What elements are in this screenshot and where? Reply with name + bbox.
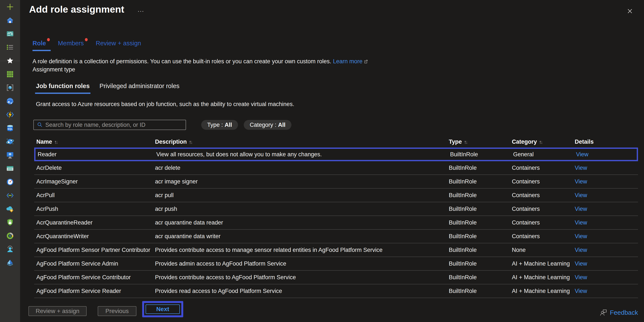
header-description[interactable]: Description↑↓ xyxy=(153,138,447,145)
favorites-button[interactable] xyxy=(0,54,20,67)
view-details-link[interactable]: View xyxy=(575,192,587,198)
monitor-button[interactable] xyxy=(0,175,20,188)
review-assign-button[interactable]: Review + assign xyxy=(28,306,86,316)
previous-button[interactable]: Previous xyxy=(98,306,136,316)
table-row[interactable]: AgFood Platform Sensor Partner Contribut… xyxy=(34,243,638,257)
sql-databases-button[interactable]: SQL xyxy=(0,121,20,135)
tab-review-assign[interactable]: Review + assign xyxy=(96,40,141,51)
templates-button[interactable] xyxy=(0,256,20,270)
role-description: acr image signer xyxy=(153,178,447,185)
role-name[interactable]: AcrQuarantineReader xyxy=(34,219,153,226)
app-services-button[interactable] xyxy=(0,94,20,108)
role-name[interactable]: AcrPull xyxy=(34,192,153,199)
table-row[interactable]: AcrDelete acr delete BuiltInRole Contain… xyxy=(34,161,638,175)
role-type: BuiltInRole xyxy=(447,260,510,267)
role-description: Provides contribute access to manage sen… xyxy=(153,247,447,253)
role-search-field[interactable] xyxy=(33,120,186,130)
table-row[interactable]: AcrPush acr push BuiltInRole Containers … xyxy=(34,202,638,216)
table-row-selected[interactable]: Reader View all resources, but does not … xyxy=(34,148,638,161)
table-row[interactable]: AcrQuarantineWriter acr quarantine data … xyxy=(34,230,638,243)
help-support-button[interactable] xyxy=(0,242,20,256)
table-row[interactable]: AgFood Platform Service Reader Provides … xyxy=(34,284,638,298)
all-resources-button[interactable] xyxy=(0,67,20,81)
create-resource-button[interactable] xyxy=(0,0,20,14)
role-category: AI + Machine Learning xyxy=(510,260,572,267)
view-details-link[interactable]: View xyxy=(575,260,587,267)
globe-icon xyxy=(6,97,14,105)
filter-type-pill[interactable]: Type : All xyxy=(201,120,238,130)
cost-management-button[interactable]: $ xyxy=(0,229,20,242)
role-category: Containers xyxy=(510,165,572,171)
role-category: Containers xyxy=(510,206,572,212)
shield-lock-icon xyxy=(6,218,14,226)
table-row[interactable]: AgFood Platform Service Contributor Prov… xyxy=(34,271,638,284)
all-services-button[interactable] xyxy=(0,40,20,54)
role-type: BuiltInRole xyxy=(447,192,510,199)
role-type: BuiltInRole xyxy=(447,274,510,281)
role-type: BuiltInRole xyxy=(448,151,511,158)
role-description: Provides admin access to AgFood Platform… xyxy=(153,260,447,267)
storage-accounts-button[interactable] xyxy=(0,162,20,175)
home-button[interactable] xyxy=(0,14,20,27)
role-name[interactable]: AgFood Platform Service Admin xyxy=(34,260,153,267)
tab-review-assign-label: Review + assign xyxy=(96,40,141,46)
view-details-link[interactable]: View xyxy=(575,206,587,212)
filter-type-label: Type : xyxy=(207,122,223,128)
role-name[interactable]: Reader xyxy=(36,151,154,158)
roles-table: Name↑↓ Description↑↓ Type↑↓ Category↑↓ D… xyxy=(34,136,638,298)
filter-category-pill[interactable]: Category : All xyxy=(244,120,292,130)
role-name[interactable]: AcrDelete xyxy=(34,165,153,171)
next-button[interactable]: Next xyxy=(146,304,180,314)
page-title: Add role assignment xyxy=(29,4,124,15)
close-button[interactable] xyxy=(626,7,634,16)
role-description: Provides contribute access to AgFood Pla… xyxy=(153,274,447,281)
view-details-link[interactable]: View xyxy=(575,274,587,280)
role-name[interactable]: AgFood Platform Service Contributor xyxy=(34,274,153,281)
tab-members-label: Members xyxy=(58,40,84,46)
role-name[interactable]: AcrImageSigner xyxy=(34,178,153,185)
tab-privileged-admin-roles[interactable]: Privileged administrator roles xyxy=(100,82,180,94)
cloud-gear-icon xyxy=(6,205,14,213)
header-name[interactable]: Name↑↓ xyxy=(34,138,153,145)
tab-role-label: Role xyxy=(32,40,46,46)
overflow-menu-button[interactable]: … xyxy=(137,6,144,14)
view-details-link[interactable]: View xyxy=(575,178,587,185)
view-details-link[interactable]: View xyxy=(575,247,587,253)
header-category[interactable]: Category↑↓ xyxy=(510,138,572,145)
view-details-link[interactable]: View xyxy=(575,288,587,294)
table-row[interactable]: AcrQuarantineReader acr quarantine data … xyxy=(34,216,638,230)
role-name[interactable]: AcrQuarantineWriter xyxy=(34,233,153,240)
tab-members[interactable]: Members xyxy=(58,40,84,51)
defender-button[interactable] xyxy=(0,216,20,229)
search-input[interactable] xyxy=(45,122,186,128)
role-name[interactable]: AgFood Platform Service Reader xyxy=(34,288,153,294)
role-name[interactable]: AgFood Platform Sensor Partner Contribut… xyxy=(34,247,153,253)
role-name[interactable]: AcrPush xyxy=(34,206,153,212)
cosmos-db-button[interactable] xyxy=(0,135,20,148)
view-details-link[interactable]: View xyxy=(575,233,587,240)
dashboard-button[interactable] xyxy=(0,27,20,40)
function-apps-button[interactable] xyxy=(0,108,20,121)
roles-table-header: Name↑↓ Description↑↓ Type↑↓ Category↑↓ D… xyxy=(34,136,638,148)
feedback-button[interactable]: Feedback xyxy=(600,309,638,316)
header-type[interactable]: Type↑↓ xyxy=(447,138,510,145)
table-row[interactable]: AcrPull acr pull BuiltInRole Containers … xyxy=(34,188,638,202)
table-row[interactable]: AcrImageSigner acr image signer BuiltInR… xyxy=(34,175,638,188)
support-person-icon xyxy=(6,245,14,253)
dev-code-button[interactable] xyxy=(0,188,20,202)
close-icon xyxy=(627,8,633,14)
learn-more-link[interactable]: Learn more xyxy=(333,58,362,64)
tab-role[interactable]: Role xyxy=(32,40,46,51)
resource-groups-button[interactable] xyxy=(0,81,20,94)
view-details-link[interactable]: View xyxy=(575,219,587,226)
grid-icon xyxy=(6,70,14,78)
view-details-link[interactable]: View xyxy=(575,165,587,171)
cloud-config-button[interactable] xyxy=(0,202,20,216)
view-details-link[interactable]: View xyxy=(576,151,588,158)
role-type: BuiltInRole xyxy=(447,206,510,212)
role-description: acr delete xyxy=(153,165,447,171)
table-row[interactable]: AgFood Platform Service Admin Provides a… xyxy=(34,257,638,271)
tab-job-function-roles[interactable]: Job function roles xyxy=(36,82,90,94)
role-category: AI + Machine Learning xyxy=(510,288,572,294)
virtual-machines-button[interactable] xyxy=(0,148,20,162)
